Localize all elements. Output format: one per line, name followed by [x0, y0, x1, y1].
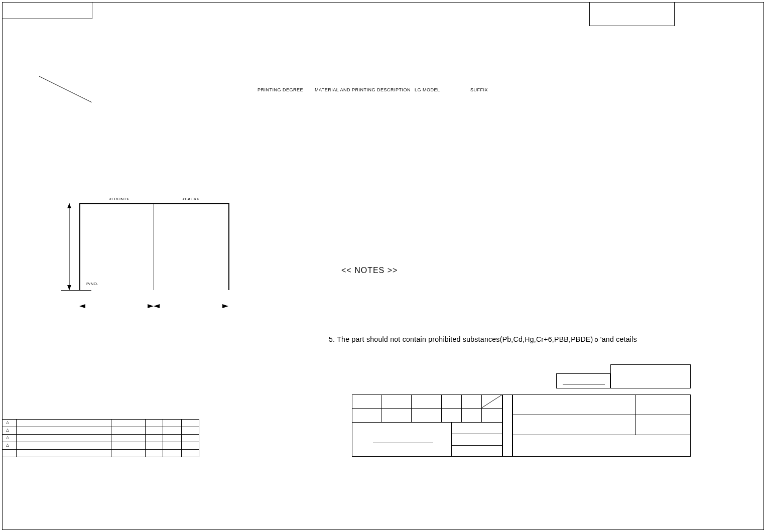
svg-line-8 [481, 394, 502, 408]
svg-marker-5 [148, 304, 154, 308]
top-left-box [2, 2, 92, 19]
notes-heading: << NOTES >> [341, 266, 398, 275]
svg-marker-2 [67, 203, 71, 208]
top-right-box [589, 2, 675, 26]
svg-marker-7 [222, 304, 228, 308]
svg-marker-4 [79, 304, 85, 308]
tb-upper-left [556, 373, 610, 388]
front-label: <FRONT> [109, 197, 129, 201]
col-suffix: SUFFIX [470, 87, 488, 92]
h-dim-arrows [79, 301, 230, 311]
v-dim-arrow [64, 203, 74, 290]
back-label: <BACK> [182, 197, 199, 201]
rev-sym-1: △ [6, 420, 9, 425]
rev-sym-3: △ [6, 435, 9, 440]
col-lg-model: LG MODEL [415, 87, 440, 92]
fig-mid [154, 203, 154, 290]
rev-sym-4: △ [6, 443, 9, 447]
col-printing-degree: PRINTING DEGREE [258, 87, 303, 92]
fig-left [79, 203, 80, 290]
fig-top [79, 203, 229, 204]
col-material-desc: MATERIAL AND PRINTING DESCRIPTION [315, 87, 411, 92]
fig-bottom-left [61, 290, 91, 291]
tb-upper-right [610, 364, 691, 388]
note-5: 5. The part should not contain prohibite… [329, 335, 637, 344]
rev-sym-2: △ [6, 428, 9, 432]
pno-label: P/NO. [86, 282, 98, 286]
svg-marker-3 [67, 285, 71, 290]
svg-line-0 [39, 76, 92, 102]
svg-marker-6 [154, 304, 160, 308]
fig-right [228, 203, 229, 290]
titleblock-spacer [502, 394, 513, 457]
diagonal-stroke [39, 76, 92, 102]
